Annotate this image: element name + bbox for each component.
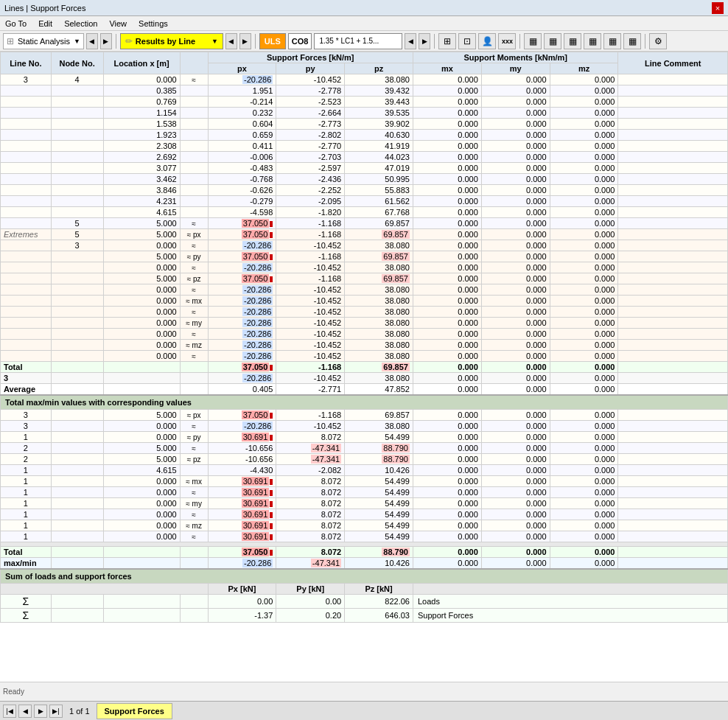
value-cell: -0.006: [208, 152, 276, 163]
menu-goto[interactable]: Go To: [3, 18, 29, 29]
value-cell: 8.072: [276, 547, 345, 558]
table-cell: [51, 509, 103, 520]
table-cell: 0.000: [413, 384, 481, 396]
icon-btn-9[interactable]: ▦: [603, 33, 621, 49]
analysis-type-combo[interactable]: ⊞ Static Analysis ▼: [3, 33, 84, 49]
table-cell: [618, 141, 728, 152]
menu-view[interactable]: View: [107, 18, 129, 29]
table-cell: 3: [1, 421, 52, 432]
table-cell: Pz [kN]: [345, 584, 413, 595]
value-cell: -1.168: [276, 410, 345, 421]
table-cell: 0.000: [103, 531, 180, 542]
table-cell: ≈: [180, 74, 208, 85]
table-cell: 0.000: [550, 307, 618, 318]
value-cell: 54.499: [345, 432, 413, 443]
table-row: 10.000≈ mx30.6918.07254.4990.0000.0000.0…: [1, 476, 728, 487]
icon-btn-2[interactable]: ⊡: [458, 33, 476, 49]
table-row: 1.5380.604-2.77339.9020.0000.0000.000: [1, 119, 728, 130]
lc-prev-btn[interactable]: ◀: [405, 33, 416, 49]
table-cell: [618, 465, 728, 476]
results-prev-btn[interactable]: ◀: [225, 33, 237, 49]
table-cell: 0.000: [413, 119, 481, 130]
toolbar-next-btn[interactable]: ▶: [100, 33, 112, 49]
table-cell: [1, 329, 52, 340]
results-by-combo[interactable]: ✏ Results by Line ▼: [120, 33, 223, 49]
table-cell: ≈ px: [180, 229, 208, 240]
table-cell: 0.000: [413, 509, 481, 520]
icon-btn-8[interactable]: ▦: [584, 33, 601, 49]
icon-btn-3[interactable]: 👤: [478, 33, 496, 49]
icon-btn-10[interactable]: ▦: [623, 33, 641, 49]
table-cell: 5.000: [103, 273, 180, 284]
table-row: 5.000≈ pz37.050-1.16869.8570.0000.0000.0…: [1, 273, 728, 284]
table-cell: 0.000: [413, 218, 481, 229]
table-cell: ≈ my: [180, 318, 208, 329]
value-cell: -2.802: [276, 130, 345, 141]
table-cell: 0.000: [103, 520, 180, 531]
table-cell: [1, 152, 52, 163]
table-cell: 0.000: [481, 152, 550, 163]
load-case-code[interactable]: ULS: [259, 33, 286, 49]
table-cell: ≈ mx: [180, 476, 208, 487]
table-cell: 0.000: [413, 547, 481, 558]
value-cell: -2.436: [276, 174, 345, 185]
table-cell: 0.000: [550, 362, 618, 373]
icon-btn-7[interactable]: ▦: [564, 33, 581, 49]
value-cell: -20.286: [208, 351, 276, 362]
table-cell: 0.000: [103, 351, 180, 362]
icon-btn-6[interactable]: ▦: [544, 33, 561, 49]
value-cell: 38.080: [345, 329, 413, 340]
table-cell: 0.000: [550, 262, 618, 273]
table-cell: 822.06: [345, 595, 413, 609]
menu-edit[interactable]: Edit: [36, 18, 55, 29]
header-label-col: [180, 52, 208, 74]
table-cell: 0.000: [413, 229, 481, 240]
header-pz: pz: [345, 63, 413, 74]
tab-prev-btn[interactable]: ◀: [18, 705, 32, 718]
tab-support-forces[interactable]: Support Forces: [97, 703, 172, 719]
icon-btn-5[interactable]: ▦: [524, 33, 542, 49]
table-row: 1.1540.232-2.66439.5350.0000.0000.000: [1, 108, 728, 119]
close-button[interactable]: ×: [712, 2, 724, 14]
table-cell: [51, 609, 103, 623]
icon-btn-4[interactable]: xxx: [498, 33, 516, 49]
main-content: Line No. Node No. Location x [m] Support…: [0, 52, 728, 701]
value-cell: -2.252: [276, 185, 345, 196]
settings-icon-btn[interactable]: ⚙: [649, 33, 667, 49]
value-cell: 88.790: [345, 443, 413, 454]
menu-settings[interactable]: Settings: [136, 18, 170, 29]
table-cell: [618, 329, 728, 340]
icon-btn-1[interactable]: ⊞: [438, 33, 456, 49]
table-cell: ≈: [180, 487, 208, 498]
table-cell: 0.000: [413, 373, 481, 384]
main-table-body: 340.000≈-20.286-10.45238.0800.0000.0000.…: [1, 74, 728, 623]
table-cell: [1, 207, 52, 218]
tab-first-btn[interactable]: |◀: [3, 705, 16, 718]
table-cell: [1, 251, 52, 262]
table-cell: 3: [1, 74, 52, 85]
table-row: 3-20.286-10.45238.0800.0000.0000.000: [1, 373, 728, 384]
lc-next-btn[interactable]: ▶: [419, 33, 430, 49]
menu-selection[interactable]: Selection: [62, 18, 99, 29]
table-cell: [618, 384, 728, 396]
table-cell: ≈ py: [180, 432, 208, 443]
value-cell: -20.286: [208, 296, 276, 307]
results-table-container[interactable]: Line No. Node No. Location x [m] Support…: [0, 52, 728, 682]
toolbar-prev-btn[interactable]: ◀: [86, 33, 98, 49]
tab-last-btn[interactable]: ▶|: [49, 705, 63, 718]
table-cell: ≈ mz: [180, 520, 208, 531]
table-cell: 0.000: [103, 240, 180, 251]
value-cell: -20.286: [208, 558, 276, 570]
results-next-btn[interactable]: ▶: [239, 33, 251, 49]
table-cell: 0.000: [413, 531, 481, 542]
table-cell: [51, 273, 103, 284]
table-cell: 0.000: [550, 432, 618, 443]
table-cell: [51, 251, 103, 262]
tab-next-btn[interactable]: ▶: [34, 705, 47, 718]
value-cell: 0.405: [208, 384, 276, 396]
value-cell: -10.656: [208, 443, 276, 454]
toolbar: ⊞ Static Analysis ▼ ◀ ▶ ✏ Results by Lin…: [0, 31, 728, 52]
value-cell: -20.286: [208, 240, 276, 251]
value-cell: -20.286: [208, 421, 276, 432]
table-cell: [618, 97, 728, 108]
